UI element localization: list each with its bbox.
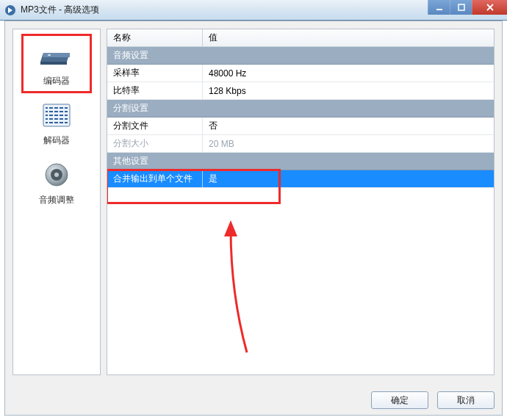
svg-marker-5 [40, 62, 67, 65]
svg-rect-1 [436, 9, 442, 10]
window-title: MP3文件 - 高级选项 [21, 4, 99, 16]
encoder-icon [39, 41, 74, 70]
settings-grid: 名称 值 音频设置 采样率 48000 Hz 比特率 128 Kbps 分割设置… [107, 29, 495, 375]
titlebar: MP3文件 - 高级选项 [0, 0, 507, 21]
svg-marker-4 [43, 53, 70, 57]
svg-point-6 [48, 54, 51, 56]
cell-name: 合并输出到单个文件 [107, 170, 203, 187]
cell-value: 48000 Hz [203, 68, 494, 79]
row-split-file[interactable]: 分割文件 否 [107, 117, 494, 135]
sidebar-item-label: 编码器 [43, 75, 70, 87]
minimize-button[interactable] [428, 0, 450, 15]
section-audio: 音频设置 [107, 47, 494, 65]
row-sample-rate[interactable]: 采样率 48000 Hz [107, 65, 494, 82]
maximize-button[interactable] [450, 0, 472, 15]
cell-value: 否 [203, 120, 494, 132]
grid-header: 名称 值 [107, 29, 494, 47]
cell-name: 分割大小 [107, 135, 203, 152]
section-split: 分割设置 [107, 100, 494, 117]
svg-rect-16 [63, 106, 65, 124]
svg-rect-13 [48, 106, 49, 124]
cancel-button[interactable]: 取消 [437, 391, 495, 409]
sidebar-item-decoder[interactable]: 解码器 [23, 95, 90, 151]
cell-value: 20 MB [203, 139, 494, 149]
row-split-size: 分割大小 20 MB [107, 135, 494, 153]
dialog-body: 编码器 [4, 21, 503, 416]
section-label: 其他设置 [107, 153, 203, 170]
cell-value: 128 Kbps [203, 86, 494, 96]
sidebar-item-audio-adjust[interactable]: 音频调整 [23, 154, 90, 211]
header-name: 名称 [107, 29, 203, 46]
speaker-icon [39, 160, 74, 189]
sidebar-item-encoder[interactable]: 编码器 [23, 35, 90, 92]
annotation-arrow-icon [217, 220, 269, 360]
cell-name: 分割文件 [107, 117, 203, 134]
svg-rect-14 [53, 106, 54, 124]
sidebar-item-label: 音频调整 [39, 194, 74, 206]
decoder-icon [39, 101, 74, 130]
section-other: 其他设置 [107, 153, 494, 170]
app-icon [4, 4, 16, 16]
sidebar: 编码器 [12, 29, 101, 375]
panel-area: 编码器 [12, 29, 495, 375]
window-controls [428, 0, 507, 15]
cell-name: 采样率 [107, 65, 203, 82]
header-value: 值 [203, 32, 494, 44]
section-label: 分割设置 [107, 100, 203, 117]
close-button[interactable] [472, 0, 507, 15]
svg-marker-21 [224, 220, 237, 236]
svg-rect-15 [58, 106, 60, 124]
ok-button[interactable]: 确定 [371, 391, 428, 409]
dialog-buttons: 确定 取消 [371, 391, 495, 409]
section-label: 音频设置 [107, 47, 203, 64]
row-merge-output[interactable]: 合并输出到单个文件 是 [107, 170, 494, 188]
sidebar-item-label: 解码器 [43, 134, 70, 147]
svg-point-19 [54, 173, 59, 177]
cell-name: 比特率 [107, 82, 203, 99]
row-bitrate[interactable]: 比特率 128 Kbps [107, 82, 494, 100]
svg-rect-2 [459, 4, 464, 10]
cell-value: 是 [203, 173, 494, 185]
